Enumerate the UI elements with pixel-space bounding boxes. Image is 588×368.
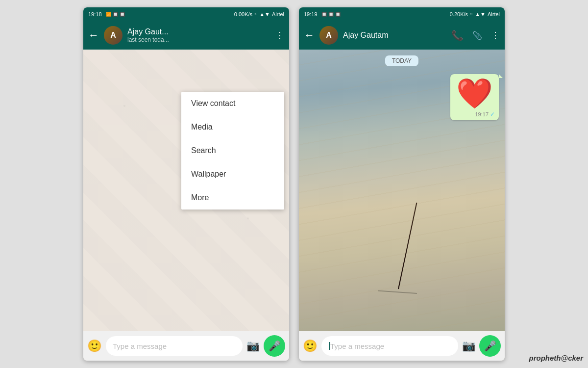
speed-left: 0.00K/s [234,11,252,17]
avatar-right[interactable]: A [319,26,338,45]
more-icon-right[interactable]: ⋮ [491,30,500,41]
emoji-button-left[interactable]: 🙂 [87,339,102,353]
bubble-timestamp: 19:17 ✓ [475,111,495,118]
contact-status-left: last seen toda... [127,36,270,43]
back-button-right[interactable]: ← [304,29,315,42]
carrier-right: Airtel [488,11,500,17]
avatar-left[interactable]: A [104,26,122,45]
call-icon[interactable]: 📞 [451,29,464,41]
paperclip-icon[interactable]: 📎 [472,31,482,40]
status-icons-left: 📶 🔲 🔲 [106,12,125,17]
watermark: propheth@cker [529,354,583,362]
today-badge: TODAY [385,55,418,66]
back-button-left[interactable]: ← [88,29,99,42]
chat-header-right: ← A Ajay Gautam 📞 📎 ⋮ [299,21,505,50]
left-phone: 19:18 📶 🔲 🔲 0.00K/s ≈ ▲▼ Airtel ← A Ajay… [83,7,289,361]
status-left-right: 19:19 🔲 🔲 🔲 [304,11,341,17]
dropdown-more[interactable]: More [181,186,284,210]
mic-button-left[interactable]: 🎤 [264,335,285,357]
chat-header-left: ← A Ajay Gaut... last seen toda... ⋮ [83,21,289,50]
input-placeholder-right: Type a message [330,342,384,350]
bubble-content: ❤️ [456,79,493,108]
emoji-button-right[interactable]: 🙂 [303,339,318,353]
chat-area-right: TODAY ❤️ 19:17 ✓ [299,50,505,331]
camera-button-right[interactable]: 📷 [462,340,475,352]
more-icon-left[interactable]: ⋮ [275,30,284,41]
dropdown-search[interactable]: Search [181,139,284,162]
right-phone: 19:19 🔲 🔲 🔲 0.20K/s ≈ ▲▼ Airtel ← A Ajay… [299,7,505,361]
dropdown-wallpaper[interactable]: Wallpaper [181,162,284,186]
message-check: ✓ [490,111,495,118]
time-right: 19:19 [304,11,318,17]
message-bubble: ❤️ 19:17 ✓ [450,74,499,120]
status-bar-right: 19:19 🔲 🔲 🔲 0.20K/s ≈ ▲▼ Airtel [299,7,505,21]
speed-right: 0.20K/s [450,11,468,17]
contact-info-right[interactable]: Ajay Gautam [343,31,446,40]
message-input-right[interactable]: Type a message [321,336,458,356]
dropdown-view-contact[interactable]: View contact [181,92,284,115]
time-left: 19:18 [88,11,102,17]
input-placeholder-left: Type a message [113,342,167,350]
dropdown-menu: View contact Media Search Wallpaper More [181,92,284,210]
contact-info-left[interactable]: Ajay Gaut... last seen toda... [127,27,270,43]
status-right-right: 0.20K/s ≈ ▲▼ Airtel [450,11,500,17]
contact-name-left: Ajay Gaut... [127,27,270,36]
mic-button-right[interactable]: 🎤 [479,335,501,357]
chat-area-left: View contact Media Search Wallpaper More [83,50,289,331]
dropdown-media[interactable]: Media [181,115,284,139]
input-bar-left: 🙂 Type a message 📷 🎤 [83,331,289,361]
status-right-left: 0.00K/s ≈ ▲▼ Airtel [234,11,284,17]
message-input-left[interactable]: Type a message [106,336,243,356]
contact-name-right: Ajay Gautam [343,31,446,40]
status-bar-left: 19:18 📶 🔲 🔲 0.00K/s ≈ ▲▼ Airtel [83,7,289,21]
header-icons-left: ⋮ [275,30,284,41]
input-bar-right: 🙂 Type a message 📷 🎤 [299,331,505,361]
carrier-left: Airtel [272,11,284,17]
camera-button-left[interactable]: 📷 [246,340,260,352]
header-icons-right: 📞 📎 ⋮ [451,29,500,41]
